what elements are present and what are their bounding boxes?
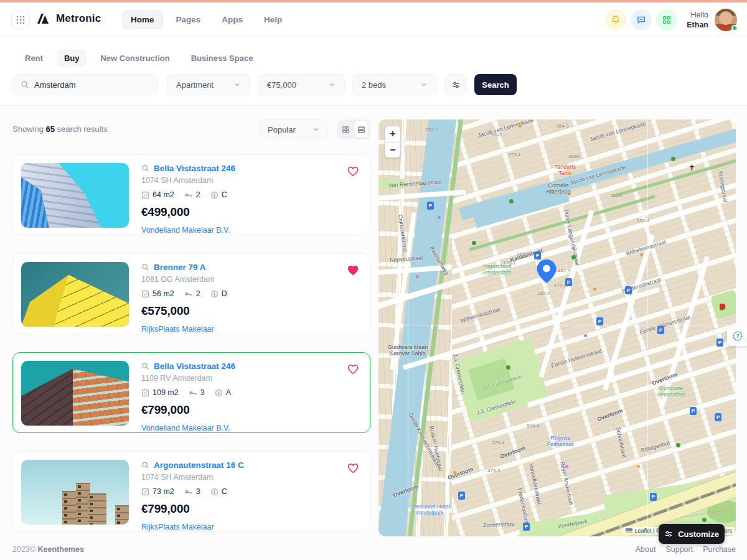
search-filter-bar: Rent Buy New Construction Business Space… — [0, 35, 747, 106]
parking-icon: P — [650, 493, 657, 501]
results-count: 65 — [46, 124, 55, 134]
property-photo — [21, 460, 129, 525]
agency-link[interactable]: RijksPlaats Makelaar — [141, 325, 339, 334]
property-card[interactable]: Bella Vistastraat 246 1074 SH Amsterdam … — [12, 154, 370, 235]
copyright: 2023© Keenthemes — [12, 545, 84, 554]
favorite-button[interactable] — [347, 364, 359, 375]
property-title-link[interactable]: Argonautenstraat 16 C — [154, 460, 244, 470]
house-number: 232-H — [425, 127, 439, 133]
house-number: 130-4 — [637, 218, 649, 223]
search-icon — [141, 461, 149, 469]
nav-help[interactable]: Help — [256, 11, 290, 29]
apps-button[interactable] — [656, 9, 677, 30]
energy-label-icon — [215, 389, 223, 397]
app-launcher-button[interactable] — [11, 11, 30, 29]
tab-rent[interactable]: Rent — [17, 49, 50, 67]
parking-icon: P — [596, 317, 603, 325]
footer-link-purchase[interactable]: Purchase — [703, 545, 736, 554]
house-number: 180-2 — [537, 291, 550, 296]
property-card[interactable]: Argonautenstraat 16 C 1074 SH Amsterdam … — [12, 451, 370, 532]
agency-link[interactable]: Vondelland Makelaar B.V. — [141, 424, 339, 432]
sliders-icon — [451, 80, 461, 90]
price-select[interactable]: €75,000 — [258, 74, 345, 95]
map-label: Rhijnvis Feithstraat — [542, 436, 579, 448]
property-list: Bella Vistastraat 246 1074 SH Amsterdam … — [12, 154, 370, 550]
tree-icon — [571, 255, 576, 259]
chevron-down-icon — [233, 81, 241, 88]
favorite-button-active[interactable] — [347, 265, 359, 276]
sliders-icon — [664, 530, 673, 538]
sort-select[interactable]: Popular — [260, 119, 328, 139]
footer: 2023© Keenthemes About Support Purchase — [0, 536, 747, 560]
property-photo — [21, 163, 129, 228]
favorite-button[interactable] — [347, 463, 359, 474]
poi-dot — [584, 334, 587, 337]
filter-controls: Amsterdam Apartment €75,000 2 beds Searc… — [0, 74, 747, 96]
zoom-out-button[interactable]: − — [385, 142, 400, 158]
footer-link-support[interactable]: Support — [665, 545, 693, 554]
poi-dot — [416, 275, 419, 278]
map[interactable]: Jacob van Lennepkade Jacob van Lennepkad… — [378, 119, 736, 536]
search-icon — [141, 362, 149, 370]
favorite-button[interactable] — [347, 166, 359, 177]
property-card-selected[interactable]: Bella Vistastraat 246 1109 RV Amsterdam … — [12, 352, 370, 433]
main-content: Showing 65 search results Popular — [0, 106, 747, 536]
tab-new-construction[interactable]: New Construction — [93, 49, 177, 67]
agency-link[interactable]: Vondelland Makelaar B.V. — [141, 226, 339, 235]
house-number: 166-2 — [517, 251, 529, 257]
dots-grid-icon — [16, 16, 25, 24]
property-address: 1061 OG Amsterdam — [141, 275, 339, 284]
search-icon — [21, 80, 29, 89]
parking-icon: P — [716, 338, 723, 347]
house-number: 364-3 — [556, 123, 568, 129]
grid-view-button[interactable] — [339, 121, 353, 138]
property-price: €499,000 — [141, 205, 339, 219]
search-button[interactable]: Search — [474, 74, 517, 95]
map-marker-pin[interactable] — [536, 259, 557, 284]
poi-dot — [438, 216, 441, 219]
list-view-button[interactable] — [354, 121, 369, 138]
nav-home[interactable]: Home — [122, 10, 163, 29]
property-title-link[interactable]: Brenner 79 A — [154, 263, 206, 272]
location-search-input[interactable]: Amsterdam — [12, 74, 158, 95]
church-cross-icon: ✝ — [688, 163, 695, 172]
notifications-button[interactable] — [605, 9, 626, 30]
customize-button[interactable]: Customize — [659, 524, 725, 544]
property-photo — [21, 262, 129, 327]
property-title-link[interactable]: Bella Vistastraat 246 — [154, 164, 235, 173]
footer-links: About Support Purchase — [636, 545, 736, 554]
tab-buy[interactable]: Buy — [57, 49, 87, 67]
property-price: €799,000 — [141, 403, 339, 417]
help-button[interactable]: ? — [727, 326, 747, 346]
header-actions — [605, 9, 677, 30]
poi-dot — [640, 253, 643, 256]
alert-poi-icon — [720, 304, 725, 309]
poi-dot — [593, 287, 596, 291]
company-link[interactable]: Keenthemes — [38, 545, 84, 554]
footer-link-about[interactable]: About — [636, 545, 656, 554]
nav-apps[interactable]: Apps — [214, 11, 251, 29]
search-icon — [141, 263, 149, 271]
property-type-select[interactable]: Apartment — [167, 74, 250, 95]
brand-logo[interactable]: Metronic — [36, 11, 101, 26]
parking-icon: P — [523, 523, 530, 531]
beds-select[interactable]: 2 beds — [352, 74, 437, 95]
property-title-link[interactable]: Bella Vistastraat 246 — [154, 362, 235, 371]
house-number: 157-4 — [558, 268, 570, 273]
brand-name: Metronic — [56, 12, 101, 25]
house-number: 506-4 — [527, 423, 539, 429]
zoom-in-button[interactable]: + — [385, 126, 400, 142]
svg-text:?: ? — [736, 334, 739, 339]
advanced-filters-button[interactable] — [444, 74, 467, 95]
property-card[interactable]: Brenner 79 A 1061 OG Amsterdam 56 m2 2 D… — [12, 253, 370, 334]
parking-icon: P — [657, 326, 664, 334]
view-toggle — [337, 119, 370, 139]
property-address: 1074 SH Amsterdam — [141, 473, 339, 482]
house-number: 241D — [610, 193, 622, 198]
house-number: 50-3 — [492, 132, 502, 138]
tab-business-space[interactable]: Business Space — [184, 49, 261, 67]
nav-pages[interactable]: Pages — [168, 11, 209, 29]
agency-link[interactable]: RijksPlaats Makelaar — [141, 523, 339, 531]
messages-button[interactable] — [631, 9, 652, 30]
map-gridline — [378, 325, 736, 325]
